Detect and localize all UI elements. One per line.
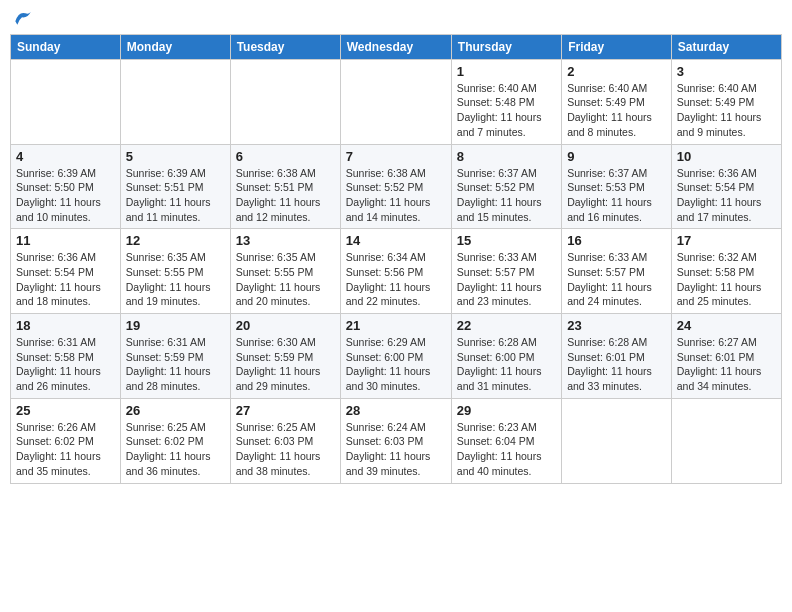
day-number: 12	[126, 233, 225, 248]
day-number: 7	[346, 149, 446, 164]
day-header-monday: Monday	[120, 34, 230, 59]
day-info: Sunrise: 6:36 AMSunset: 5:54 PMDaylight:…	[677, 166, 776, 225]
calendar-cell: 26Sunrise: 6:25 AMSunset: 6:02 PMDayligh…	[120, 398, 230, 483]
calendar-cell: 6Sunrise: 6:38 AMSunset: 5:51 PMDaylight…	[230, 144, 340, 229]
calendar-cell	[562, 398, 672, 483]
calendar-cell: 18Sunrise: 6:31 AMSunset: 5:58 PMDayligh…	[11, 314, 121, 399]
day-info: Sunrise: 6:40 AMSunset: 5:49 PMDaylight:…	[567, 81, 666, 140]
calendar-cell: 23Sunrise: 6:28 AMSunset: 6:01 PMDayligh…	[562, 314, 672, 399]
day-info: Sunrise: 6:24 AMSunset: 6:03 PMDaylight:…	[346, 420, 446, 479]
day-info: Sunrise: 6:38 AMSunset: 5:51 PMDaylight:…	[236, 166, 335, 225]
day-number: 23	[567, 318, 666, 333]
calendar-cell: 17Sunrise: 6:32 AMSunset: 5:58 PMDayligh…	[671, 229, 781, 314]
day-info: Sunrise: 6:39 AMSunset: 5:51 PMDaylight:…	[126, 166, 225, 225]
calendar-cell	[120, 59, 230, 144]
day-number: 25	[16, 403, 115, 418]
day-number: 5	[126, 149, 225, 164]
day-number: 14	[346, 233, 446, 248]
calendar-table: SundayMondayTuesdayWednesdayThursdayFrid…	[10, 34, 782, 484]
day-info: Sunrise: 6:37 AMSunset: 5:53 PMDaylight:…	[567, 166, 666, 225]
day-number: 9	[567, 149, 666, 164]
day-number: 6	[236, 149, 335, 164]
calendar-cell	[230, 59, 340, 144]
day-number: 16	[567, 233, 666, 248]
logo-bird-icon	[12, 8, 32, 28]
calendar-cell: 14Sunrise: 6:34 AMSunset: 5:56 PMDayligh…	[340, 229, 451, 314]
day-number: 8	[457, 149, 556, 164]
day-number: 1	[457, 64, 556, 79]
calendar-cell	[671, 398, 781, 483]
day-header-friday: Friday	[562, 34, 672, 59]
calendar-week-row: 11Sunrise: 6:36 AMSunset: 5:54 PMDayligh…	[11, 229, 782, 314]
calendar-cell: 29Sunrise: 6:23 AMSunset: 6:04 PMDayligh…	[451, 398, 561, 483]
day-number: 15	[457, 233, 556, 248]
calendar-header-row: SundayMondayTuesdayWednesdayThursdayFrid…	[11, 34, 782, 59]
calendar-cell: 24Sunrise: 6:27 AMSunset: 6:01 PMDayligh…	[671, 314, 781, 399]
day-info: Sunrise: 6:31 AMSunset: 5:59 PMDaylight:…	[126, 335, 225, 394]
calendar-cell: 19Sunrise: 6:31 AMSunset: 5:59 PMDayligh…	[120, 314, 230, 399]
calendar-week-row: 25Sunrise: 6:26 AMSunset: 6:02 PMDayligh…	[11, 398, 782, 483]
calendar-cell: 15Sunrise: 6:33 AMSunset: 5:57 PMDayligh…	[451, 229, 561, 314]
calendar-cell: 13Sunrise: 6:35 AMSunset: 5:55 PMDayligh…	[230, 229, 340, 314]
day-info: Sunrise: 6:25 AMSunset: 6:03 PMDaylight:…	[236, 420, 335, 479]
calendar-cell	[11, 59, 121, 144]
day-info: Sunrise: 6:31 AMSunset: 5:58 PMDaylight:…	[16, 335, 115, 394]
calendar-week-row: 1Sunrise: 6:40 AMSunset: 5:48 PMDaylight…	[11, 59, 782, 144]
day-info: Sunrise: 6:35 AMSunset: 5:55 PMDaylight:…	[236, 250, 335, 309]
calendar-cell: 9Sunrise: 6:37 AMSunset: 5:53 PMDaylight…	[562, 144, 672, 229]
calendar-cell: 1Sunrise: 6:40 AMSunset: 5:48 PMDaylight…	[451, 59, 561, 144]
day-info: Sunrise: 6:28 AMSunset: 6:01 PMDaylight:…	[567, 335, 666, 394]
day-header-tuesday: Tuesday	[230, 34, 340, 59]
day-info: Sunrise: 6:40 AMSunset: 5:49 PMDaylight:…	[677, 81, 776, 140]
day-info: Sunrise: 6:25 AMSunset: 6:02 PMDaylight:…	[126, 420, 225, 479]
calendar-cell: 4Sunrise: 6:39 AMSunset: 5:50 PMDaylight…	[11, 144, 121, 229]
day-number: 4	[16, 149, 115, 164]
day-number: 13	[236, 233, 335, 248]
day-number: 21	[346, 318, 446, 333]
day-info: Sunrise: 6:37 AMSunset: 5:52 PMDaylight:…	[457, 166, 556, 225]
day-info: Sunrise: 6:39 AMSunset: 5:50 PMDaylight:…	[16, 166, 115, 225]
day-info: Sunrise: 6:27 AMSunset: 6:01 PMDaylight:…	[677, 335, 776, 394]
day-number: 27	[236, 403, 335, 418]
day-header-wednesday: Wednesday	[340, 34, 451, 59]
day-info: Sunrise: 6:29 AMSunset: 6:00 PMDaylight:…	[346, 335, 446, 394]
day-number: 28	[346, 403, 446, 418]
calendar-cell: 10Sunrise: 6:36 AMSunset: 5:54 PMDayligh…	[671, 144, 781, 229]
day-number: 2	[567, 64, 666, 79]
page-header	[10, 10, 782, 30]
calendar-cell: 16Sunrise: 6:33 AMSunset: 5:57 PMDayligh…	[562, 229, 672, 314]
calendar-cell: 25Sunrise: 6:26 AMSunset: 6:02 PMDayligh…	[11, 398, 121, 483]
day-info: Sunrise: 6:38 AMSunset: 5:52 PMDaylight:…	[346, 166, 446, 225]
calendar-cell: 28Sunrise: 6:24 AMSunset: 6:03 PMDayligh…	[340, 398, 451, 483]
day-info: Sunrise: 6:30 AMSunset: 5:59 PMDaylight:…	[236, 335, 335, 394]
day-header-thursday: Thursday	[451, 34, 561, 59]
calendar-cell: 21Sunrise: 6:29 AMSunset: 6:00 PMDayligh…	[340, 314, 451, 399]
calendar-cell: 11Sunrise: 6:36 AMSunset: 5:54 PMDayligh…	[11, 229, 121, 314]
calendar-cell: 5Sunrise: 6:39 AMSunset: 5:51 PMDaylight…	[120, 144, 230, 229]
day-number: 24	[677, 318, 776, 333]
day-info: Sunrise: 6:36 AMSunset: 5:54 PMDaylight:…	[16, 250, 115, 309]
calendar-cell: 27Sunrise: 6:25 AMSunset: 6:03 PMDayligh…	[230, 398, 340, 483]
day-info: Sunrise: 6:33 AMSunset: 5:57 PMDaylight:…	[567, 250, 666, 309]
day-info: Sunrise: 6:32 AMSunset: 5:58 PMDaylight:…	[677, 250, 776, 309]
day-number: 10	[677, 149, 776, 164]
day-number: 17	[677, 233, 776, 248]
day-header-sunday: Sunday	[11, 34, 121, 59]
day-info: Sunrise: 6:23 AMSunset: 6:04 PMDaylight:…	[457, 420, 556, 479]
day-info: Sunrise: 6:35 AMSunset: 5:55 PMDaylight:…	[126, 250, 225, 309]
day-info: Sunrise: 6:28 AMSunset: 6:00 PMDaylight:…	[457, 335, 556, 394]
calendar-cell: 8Sunrise: 6:37 AMSunset: 5:52 PMDaylight…	[451, 144, 561, 229]
calendar-cell	[340, 59, 451, 144]
day-info: Sunrise: 6:26 AMSunset: 6:02 PMDaylight:…	[16, 420, 115, 479]
day-number: 29	[457, 403, 556, 418]
calendar-week-row: 4Sunrise: 6:39 AMSunset: 5:50 PMDaylight…	[11, 144, 782, 229]
day-header-saturday: Saturday	[671, 34, 781, 59]
calendar-cell: 12Sunrise: 6:35 AMSunset: 5:55 PMDayligh…	[120, 229, 230, 314]
day-info: Sunrise: 6:40 AMSunset: 5:48 PMDaylight:…	[457, 81, 556, 140]
calendar-cell: 3Sunrise: 6:40 AMSunset: 5:49 PMDaylight…	[671, 59, 781, 144]
day-number: 26	[126, 403, 225, 418]
day-number: 19	[126, 318, 225, 333]
calendar-cell: 7Sunrise: 6:38 AMSunset: 5:52 PMDaylight…	[340, 144, 451, 229]
day-info: Sunrise: 6:33 AMSunset: 5:57 PMDaylight:…	[457, 250, 556, 309]
day-number: 11	[16, 233, 115, 248]
